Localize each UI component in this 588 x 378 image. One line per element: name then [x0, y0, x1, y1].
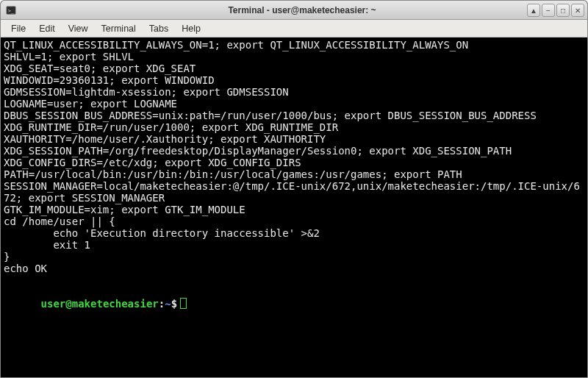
terminal-line: echo 'Execution directory inaccessible' … [4, 227, 583, 239]
terminal-line: GDMSESSION=lightdm-xsession; export GDMS… [4, 86, 583, 98]
menu-terminal[interactable]: Terminal [96, 22, 142, 35]
terminal-line: XDG_SEAT=seat0; export XDG_SEAT [4, 63, 583, 74]
terminal-line: exit 1 [4, 239, 583, 251]
menubar: File Edit View Terminal Tabs Help [1, 20, 587, 38]
terminal-line: WINDOWID=29360131; export WINDOWID [4, 74, 583, 86]
window-title: Terminal - user@maketecheasier: ~ [17, 5, 587, 15]
menu-tabs[interactable]: Tabs [143, 22, 174, 35]
terminal-line: XDG_RUNTIME_DIR=/run/user/1000; export X… [4, 121, 583, 133]
prompt-host: maketecheasier [72, 298, 159, 310]
terminal-line: GTK_IM_MODULE=xim; export GTK_IM_MODULE [4, 204, 583, 215]
terminal-window: >_ Terminal - user@maketecheasier: ~ ▲ −… [0, 0, 588, 378]
terminal-line: SESSION_MANAGER=local/maketecheasier:@/t… [4, 180, 583, 204]
terminal-line: cd /home/user || { [4, 215, 583, 227]
terminal-line [4, 274, 583, 286]
terminal-app-icon: >_ [5, 4, 17, 16]
prompt-dollar: $ [171, 298, 177, 310]
terminal-output: QT_LINUX_ACCESSIBILITY_ALWAYS_ON=1; expo… [4, 39, 583, 286]
menu-view[interactable]: View [62, 22, 94, 35]
svg-text:>_: >_ [8, 7, 15, 13]
terminal-line: } [4, 251, 583, 263]
terminal-line: LOGNAME=user; export LOGNAME [4, 98, 583, 110]
terminal-line: XAUTHORITY=/home/user/.Xauthority; expor… [4, 133, 583, 145]
prompt-user: user [41, 298, 66, 310]
terminal-line: XDG_SESSION_PATH=/org/freedesktop/Displa… [4, 145, 583, 157]
terminal-line: echo OK [4, 263, 583, 274]
window-maximize-button[interactable]: □ [556, 4, 570, 17]
cursor-icon [180, 298, 187, 309]
window-up-button[interactable]: ▲ [527, 4, 540, 17]
window-minimize-button[interactable]: − [542, 4, 555, 17]
terminal-line: PATH=/usr/local/bin:/usr/bin:/bin:/usr/l… [4, 168, 583, 180]
window-controls: ▲ − □ ✕ [527, 4, 584, 17]
terminal-line: DBUS_SESSION_BUS_ADDRESS=unix:path=/run/… [4, 110, 583, 121]
terminal-line: SHLVL=1; export SHLVL [4, 51, 583, 63]
menu-edit[interactable]: Edit [33, 22, 61, 35]
terminal-line: XDG_CONFIG_DIRS=/etc/xdg; export XDG_CON… [4, 157, 583, 168]
terminal-line: QT_LINUX_ACCESSIBILITY_ALWAYS_ON=1; expo… [4, 39, 583, 51]
prompt-colon: : [159, 298, 165, 310]
window-close-button[interactable]: ✕ [571, 4, 584, 17]
terminal-viewport[interactable]: QT_LINUX_ACCESSIBILITY_ALWAYS_ON=1; expo… [1, 38, 587, 377]
menu-help[interactable]: Help [176, 22, 207, 35]
menu-file[interactable]: File [5, 22, 32, 35]
prompt-at: @ [65, 298, 71, 310]
prompt-line[interactable]: user@maketecheasier:~$ [4, 286, 583, 321]
titlebar[interactable]: >_ Terminal - user@maketecheasier: ~ ▲ −… [1, 1, 587, 20]
prompt-path: ~ [165, 298, 171, 310]
